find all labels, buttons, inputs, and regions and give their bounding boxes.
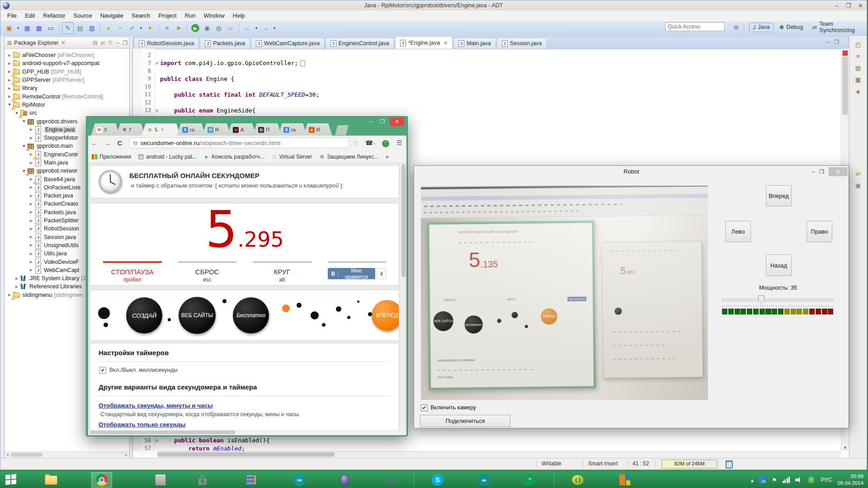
collapsed-arrow-icon[interactable]: ▶ (14, 277, 20, 281)
infinity-app-icon[interactable]: ∞ (381, 472, 401, 488)
tray-app-icon[interactable] (759, 476, 766, 483)
back-button[interactable]: Назад (766, 254, 792, 276)
bookmark-star-icon[interactable]: ☆ (353, 139, 359, 146)
vk-like-button[interactable]: ВМне нравится (328, 268, 376, 279)
menu-refactor[interactable]: Refactor (39, 11, 69, 20)
menu-window[interactable]: Window (200, 11, 229, 20)
secure-sync-icon[interactable]: ⇅ (192, 472, 213, 488)
collapsed-arrow-icon[interactable]: ▶ (28, 152, 34, 156)
scrollbar-thumb[interactable] (401, 164, 406, 277)
mark-occurrences-icon[interactable]: ≡ (161, 23, 172, 33)
editor-maximize-icon[interactable]: ❐ (834, 39, 839, 45)
garbage-collect-icon[interactable] (726, 460, 733, 469)
bookmark-Консоль-разработч-[interactable]: ▶Консоль разработч... (204, 154, 264, 160)
editor-tab-Main.java[interactable]: JMain.java (453, 38, 496, 49)
slider-thumb[interactable] (758, 296, 764, 305)
arduino-icon[interactable]: ∞ (289, 472, 310, 488)
save-icon[interactable]: ▦ (22, 23, 33, 33)
browser-tab-A[interactable]: ◉A (227, 123, 256, 136)
layout-app-icon[interactable] (614, 472, 635, 488)
back-icon[interactable]: ← (242, 23, 253, 33)
advisor-extension-icon[interactable]: ” (382, 139, 389, 147)
control-стоп/пауза[interactable]: СТОП/ПАУЗАпробел (95, 261, 170, 283)
run-icon[interactable]: ▶ (191, 24, 199, 32)
start-button[interactable] (5, 474, 17, 486)
menu-help[interactable]: Help (229, 11, 249, 20)
editor-tab-Engine.java[interactable]: J*Engine.java✕ (395, 37, 453, 49)
editor-tab-EnginesControl.java[interactable]: JEnginesControl.java (326, 38, 394, 49)
menu-edit[interactable]: Edit (21, 11, 39, 20)
slider-track[interactable] (722, 299, 834, 301)
collapsed-arrow-icon[interactable]: ▶ (6, 86, 13, 90)
collapsed-arrow-icon[interactable]: ▶ (6, 53, 13, 57)
scrollbar-thumb[interactable] (157, 452, 335, 457)
expanded-arrow-icon[interactable]: ▼ (6, 103, 13, 107)
fold-collapse-icon[interactable]: ⊖ (154, 438, 160, 443)
robot-close-icon[interactable]: ✕ (829, 167, 848, 176)
quick-access-input[interactable] (665, 22, 725, 31)
synchronize-icon[interactable]: ⇄ (853, 169, 863, 178)
robot-maximize-icon[interactable]: ❐ (819, 169, 824, 175)
junit-icon[interactable]: ✓ (127, 23, 137, 33)
console-icon[interactable]: ▥ (86, 23, 97, 33)
page-hscrollbar[interactable] (88, 430, 406, 435)
collapsed-arrow-icon[interactable]: ▶ (6, 293, 13, 297)
left-button[interactable]: Лево (725, 221, 751, 242)
forward-button[interactable]: Вперед (766, 185, 792, 206)
tree-item[interactable]: ▶GPPServer[GPPServer] (5, 76, 129, 84)
link-editor-icon[interactable]: ⇄ (100, 40, 105, 46)
connect-button[interactable]: Подключиться (420, 415, 510, 427)
save-all-icon[interactable]: ▩ (33, 23, 44, 33)
fold-collapse-icon[interactable]: ⊖ (154, 108, 160, 113)
link-show-full-time[interactable]: Отображать секунды, минуты и часы (99, 402, 213, 409)
expanded-arrow-icon[interactable]: ▼ (21, 144, 27, 148)
banner-bubble-ВПЕРЁД[interactable]: ВПЕРЁД (372, 300, 399, 331)
browser-tab-Г[interactable]: ⚙Г (116, 123, 145, 136)
scroll-left-icon[interactable]: ◂ (5, 452, 10, 458)
task-list-icon[interactable]: ▤ (853, 63, 863, 73)
open-window-icon[interactable]: ▤ (75, 23, 85, 33)
collapsed-arrow-icon[interactable]: ▶ (28, 194, 34, 198)
bookmark--[interactable]: » (386, 154, 389, 160)
android-avd-icon[interactable]: ◓ (115, 23, 126, 33)
editor-minimize-icon[interactable]: ─ (827, 39, 831, 45)
back-icon[interactable]: ← (88, 139, 101, 147)
collapsed-arrow-icon[interactable]: ▶ (28, 243, 34, 247)
close-icon[interactable]: ✕ (858, 2, 863, 9)
menu-file[interactable]: File (3, 11, 21, 20)
link-seconds-only[interactable]: Отображать только секунды (99, 421, 186, 428)
editor-tab-Session.java[interactable]: JSession.java (497, 38, 547, 49)
folded-imports-icon[interactable] (300, 61, 305, 66)
external-tools-icon[interactable]: ➤ (173, 23, 184, 33)
collapsed-arrow-icon[interactable]: ▶ (28, 136, 34, 140)
chrome-icon[interactable] (91, 472, 112, 488)
tree-item[interactable]: ▶GPP_HUB[GPP_HUB] (5, 68, 129, 76)
restore-view-icon[interactable]: ◰ (853, 39, 863, 49)
menu-navigate[interactable]: Navigate (96, 11, 127, 20)
menu-source[interactable]: Source (70, 11, 96, 20)
junit-dropdown-icon[interactable]: ▾ (138, 23, 144, 33)
menu-project[interactable]: Project (154, 11, 180, 20)
bookmark-Защищаем-Линукс-[interactable]: ✪Защищаем Линукс... (319, 154, 378, 160)
package-explorer-header[interactable]: ⊞ Package Explorer ✕ ⊟ ⇄ ▽ ─ ❐ (5, 37, 129, 49)
bookmark-Virtual-Server[interactable]: ▢Virtual Server (272, 154, 312, 160)
collapsed-arrow-icon[interactable]: ▶ (28, 227, 34, 231)
collapsed-arrow-icon[interactable]: ▶ (28, 268, 34, 272)
banner-bubble-СОЗДАЙ[interactable]: СОЗДАЙ (126, 297, 162, 333)
collapsed-arrow-icon[interactable]: ▶ (28, 235, 34, 239)
info-tray-icon[interactable]: i (807, 476, 815, 484)
collapsed-arrow-icon[interactable]: ▶ (28, 161, 34, 165)
android-sdk-icon[interactable]: ● (103, 23, 114, 33)
minimize-icon[interactable]: – (835, 2, 838, 9)
perspective-debug[interactable]: ✱Debug (776, 23, 807, 32)
braces-app-icon[interactable]: { } (567, 472, 588, 488)
search-icon[interactable]: ◎ (213, 23, 224, 33)
new-dropdown-icon[interactable]: ▾ (15, 23, 21, 33)
tree-item[interactable]: ▶aFileChooser[aFileChooser] (5, 51, 129, 59)
chrome-maximize-icon[interactable]: ❐ (377, 118, 387, 125)
control-сброс[interactable]: СБРОСesc (170, 261, 245, 283)
skype-icon[interactable]: S (427, 472, 448, 488)
collapsed-arrow-icon[interactable]: ▶ (6, 61, 13, 66)
goggles-app-icon[interactable]: ∞ (473, 472, 494, 488)
eclipse-titlebar[interactable]: Java - RpiMotor/src/gpprobot/drivers/Eng… (0, 0, 867, 10)
